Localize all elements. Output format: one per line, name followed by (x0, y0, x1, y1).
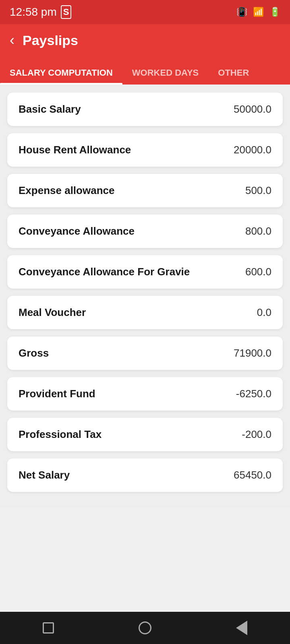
salary-row-house-rent-allowance: House Rent Allowance20000.0 (7, 133, 283, 167)
salary-label-house-rent-allowance: House Rent Allowance (19, 144, 131, 156)
status-time-area: 12:58 pm S (10, 5, 71, 19)
salary-label-conveyance-allowance-gravie: Conveyance Allowance For Gravie (19, 266, 190, 278)
vibrate-icon: 📳 (236, 7, 247, 17)
status-bar: 12:58 pm S 📳 📶 🔋 (0, 0, 290, 24)
header: ‹ Payslips (0, 24, 290, 56)
status-time: 12:58 pm (10, 6, 57, 19)
salary-row-conveyance-allowance: Conveyance Allowance800.0 (7, 215, 283, 248)
status-icons: 📳 📶 🔋 (236, 7, 280, 17)
back-icon (236, 621, 247, 635)
battery-icon: 🔋 (269, 7, 280, 17)
salary-value-conveyance-allowance-gravie: 600.0 (245, 266, 271, 278)
tab-worked-days[interactable]: WORKED DAYS (122, 56, 208, 85)
salary-value-conveyance-allowance: 800.0 (245, 225, 271, 237)
salary-label-gross: Gross (19, 347, 49, 359)
salary-row-meal-voucher: Meal Voucher0.0 (7, 296, 283, 329)
salary-row-basic-salary: Basic Salary50000.0 (7, 93, 283, 126)
salary-value-meal-voucher: 0.0 (257, 306, 271, 319)
salary-row-conveyance-allowance-gravie: Conveyance Allowance For Gravie600.0 (7, 255, 283, 289)
salary-label-basic-salary: Basic Salary (19, 103, 81, 116)
app-icon: S (61, 5, 72, 19)
salary-row-expense-allowance: Expense allowance500.0 (7, 174, 283, 207)
salary-content: Basic Salary50000.0House Rent Allowance2… (0, 85, 290, 507)
nav-recent-button[interactable] (36, 616, 60, 640)
salary-label-conveyance-allowance: Conveyance Allowance (19, 225, 135, 237)
navigation-bar (0, 612, 290, 644)
tab-salary-computation[interactable]: SALARY COMPUTATION (0, 56, 122, 85)
salary-value-professional-tax: -200.0 (242, 428, 271, 441)
salary-value-provident-fund: -6250.0 (236, 388, 271, 400)
back-button[interactable]: ‹ (10, 33, 14, 47)
page-title: Payslips (23, 33, 78, 48)
salary-row-net-salary: Net Salary65450.0 (7, 458, 283, 492)
salary-label-net-salary: Net Salary (19, 469, 70, 481)
home-icon (139, 621, 151, 634)
salary-value-house-rent-allowance: 20000.0 (234, 144, 271, 156)
nav-back-button[interactable] (230, 616, 254, 640)
tabs-container: SALARY COMPUTATION WORKED DAYS OTHER (0, 56, 290, 85)
salary-value-expense-allowance: 500.0 (245, 184, 271, 197)
nav-home-button[interactable] (133, 616, 157, 640)
salary-row-provident-fund: Provident Fund-6250.0 (7, 377, 283, 411)
salary-label-meal-voucher: Meal Voucher (19, 306, 86, 319)
salary-label-expense-allowance: Expense allowance (19, 184, 114, 197)
salary-row-gross: Gross71900.0 (7, 336, 283, 370)
recent-icon (43, 622, 54, 634)
salary-value-basic-salary: 50000.0 (234, 103, 271, 116)
wifi-icon: 📶 (253, 7, 264, 17)
tab-other[interactable]: OTHER (208, 56, 259, 85)
salary-row-professional-tax: Professional Tax-200.0 (7, 418, 283, 451)
salary-value-gross: 71900.0 (234, 347, 271, 359)
salary-label-professional-tax: Professional Tax (19, 428, 102, 441)
salary-label-provident-fund: Provident Fund (19, 388, 95, 400)
salary-value-net-salary: 65450.0 (234, 469, 271, 481)
